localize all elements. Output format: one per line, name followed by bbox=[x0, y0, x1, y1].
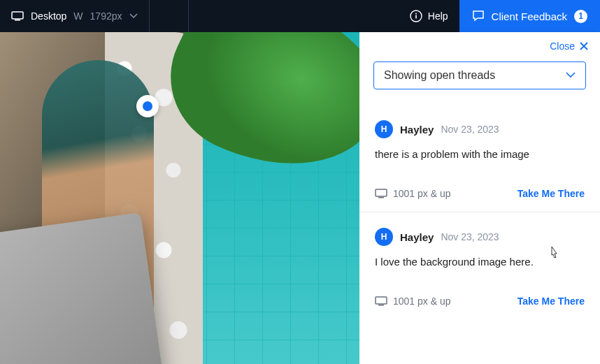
thread-breakpoint-label: 1001 px & up bbox=[393, 296, 451, 307]
desktop-icon bbox=[375, 189, 387, 198]
comment-marker[interactable] bbox=[136, 95, 159, 117]
thread-date: Nov 23, 2023 bbox=[441, 231, 499, 242]
info-circle-icon bbox=[410, 10, 422, 22]
take-me-there-link[interactable]: Take Me There bbox=[517, 188, 585, 199]
topbar-spacer-cell bbox=[150, 0, 189, 32]
svg-rect-4 bbox=[415, 15, 417, 19]
feedback-panel: Close Showing open threads H Hayley Nov … bbox=[359, 32, 600, 364]
thread-header: H Hayley Nov 23, 2023 bbox=[375, 228, 585, 246]
design-canvas[interactable] bbox=[0, 32, 359, 364]
thread-breakpoint: 1001 px & up bbox=[375, 188, 451, 199]
breakpoint-prefix: W bbox=[73, 10, 83, 22]
thread-filter: Showing open threads bbox=[373, 61, 586, 89]
thread-item[interactable]: H Hayley Nov 23, 2023 I love the backgro… bbox=[359, 212, 600, 319]
client-feedback-button[interactable]: Client Feedback 1 bbox=[459, 0, 600, 32]
thread-body: there is a problem with the image bbox=[375, 148, 585, 160]
desktop-icon bbox=[375, 296, 387, 306]
thread-author: Hayley bbox=[400, 124, 434, 136]
thread-breakpoint-label: 1001 px & up bbox=[393, 188, 451, 199]
client-feedback-count: 1 bbox=[574, 10, 587, 23]
client-feedback-label: Client Feedback bbox=[492, 10, 567, 22]
thread-author: Hayley bbox=[400, 231, 434, 243]
svg-point-3 bbox=[415, 13, 417, 15]
thread-footer: 1001 px & up Take Me There bbox=[375, 188, 585, 199]
chevron-down-icon bbox=[566, 72, 576, 79]
svg-rect-1 bbox=[15, 20, 20, 21]
desktop-icon bbox=[11, 11, 24, 21]
thread-filter-select[interactable]: Showing open threads bbox=[373, 61, 586, 89]
thread-filter-selected: Showing open threads bbox=[384, 69, 495, 82]
help-label: Help bbox=[428, 10, 448, 22]
svg-rect-5 bbox=[376, 189, 387, 196]
breakpoint-device-label: Desktop bbox=[31, 10, 66, 22]
comment-icon bbox=[472, 10, 485, 22]
svg-rect-6 bbox=[378, 197, 384, 198]
breakpoint-width: 1792px bbox=[90, 10, 122, 22]
thread-item[interactable]: H Hayley Nov 23, 2023 there is a problem… bbox=[359, 105, 600, 212]
thread-header: H Hayley Nov 23, 2023 bbox=[375, 120, 585, 138]
thread-body: I love the background image here. bbox=[375, 256, 585, 268]
close-icon bbox=[579, 41, 589, 51]
breakpoint-selector[interactable]: Desktop W 1792px bbox=[0, 0, 150, 32]
close-panel-button[interactable]: Close bbox=[359, 32, 600, 56]
thread-date: Nov 23, 2023 bbox=[441, 124, 499, 135]
chevron-down-icon bbox=[129, 13, 138, 19]
svg-rect-7 bbox=[376, 297, 387, 304]
thread-breakpoint: 1001 px & up bbox=[375, 296, 451, 307]
laptop-decorative bbox=[0, 212, 166, 364]
main-area: Close Showing open threads H Hayley Nov … bbox=[0, 32, 600, 364]
close-panel-label: Close bbox=[550, 41, 575, 52]
svg-rect-8 bbox=[378, 305, 384, 306]
svg-rect-0 bbox=[12, 12, 23, 19]
avatar: H bbox=[375, 120, 393, 138]
avatar: H bbox=[375, 228, 393, 246]
take-me-there-link[interactable]: Take Me There bbox=[517, 296, 585, 307]
thread-footer: 1001 px & up Take Me There bbox=[375, 296, 585, 307]
thread-list: H Hayley Nov 23, 2023 there is a problem… bbox=[359, 94, 600, 364]
help-button[interactable]: Help bbox=[399, 0, 459, 32]
topbar: Desktop W 1792px Help Client Feedback 1 bbox=[0, 0, 600, 32]
